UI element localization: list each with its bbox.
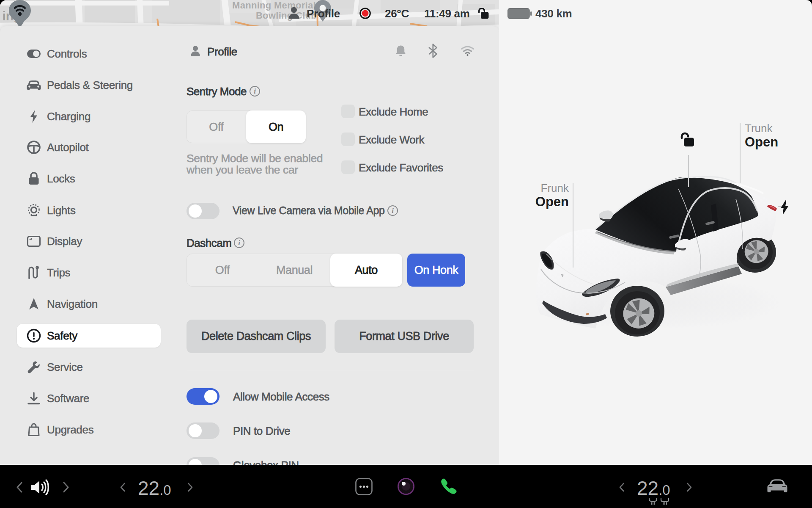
- svg-text:Open: Open: [745, 135, 778, 149]
- svg-text:Frunk: Frunk: [541, 182, 569, 194]
- svg-text:Open: Open: [535, 194, 569, 209]
- svg-text:Trunk: Trunk: [745, 122, 773, 135]
